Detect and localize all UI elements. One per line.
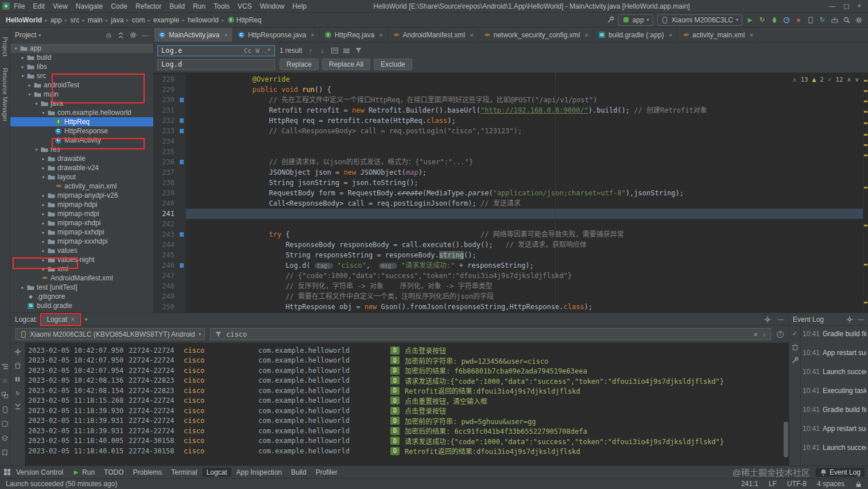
tree-item-httpreq[interactable]: IHttpReq [10, 117, 153, 126]
tool-button-terminal[interactable]: Terminal [167, 468, 201, 477]
tree-item-mainactivity[interactable]: CMainActivity [10, 136, 153, 145]
menu-build[interactable]: Build [165, 2, 189, 10]
stop-icon[interactable]: ■ [795, 16, 802, 24]
logcat-row[interactable]: 2023-02-05 11:18:40.01522724-30158ciscoc… [25, 446, 789, 456]
breadcrumb-item-main[interactable]: main [88, 16, 103, 24]
maximize-button[interactable]: ▢ [843, 2, 849, 10]
tree-item-app[interactable]: ▾app [10, 44, 153, 53]
find-toggle-[interactable]: .* [264, 47, 271, 55]
error-stripe[interactable] [863, 73, 868, 313]
status-4-spaces[interactable]: 4 spaces [817, 480, 844, 488]
tree-item-layout[interactable]: ▾layout [10, 172, 153, 182]
favorite-filter-icon[interactable]: ☆ [762, 330, 766, 338]
check-icon[interactable]: ✓ [791, 330, 799, 337]
logcat-row[interactable]: 2023-02-05 10:42:07.95022724-22724ciscoc… [25, 345, 789, 356]
tab-mainactivity-java[interactable]: CMainActivity.java× [154, 28, 233, 42]
new-logcat-tab-button[interactable]: + [84, 315, 88, 324]
tree-expand-arrow[interactable]: ▸ [40, 267, 46, 272]
tree-expand-arrow[interactable]: ▸ [40, 165, 46, 171]
exclude-button[interactable]: Exclude [374, 59, 412, 70]
close-tab-icon[interactable]: × [224, 32, 227, 38]
tool-button-run[interactable]: ▶Run [68, 468, 99, 477]
code-line-232[interactable]: 232 HttpReq req = retrofit.create(HttpRe… [154, 115, 868, 126]
inspections-widget[interactable]: ⚠13 ▲2 ✓12 ∧ ∨ [793, 75, 859, 85]
logcat-tab[interactable]: Logcat × [42, 315, 79, 324]
tool-button-logcat[interactable]: Logcat [203, 468, 231, 477]
tree-expand-arrow[interactable]: ▸ [20, 285, 26, 290]
breadcrumb-item-com[interactable]: com [132, 16, 145, 24]
run-configuration-select[interactable]: app ▾ [618, 14, 653, 26]
clear-filter-icon[interactable]: × [754, 330, 758, 338]
emulator-icon[interactable] [1, 420, 9, 428]
tool-button-build[interactable]: Build [287, 468, 311, 477]
tool-button-project[interactable]: Project [2, 37, 9, 56]
tree-item-values[interactable]: ▸values [10, 246, 153, 255]
tool-windows-grid-icon[interactable] [3, 468, 11, 476]
tree-item-mipmap-xxxhdpi[interactable]: ▸mipmap-xxxhdpi [10, 237, 153, 246]
tree-item-activity-main-xml[interactable]: </>activity_main.xml [10, 182, 153, 191]
tab-network-security-config-xml[interactable]: </>network_security_config.xml× [479, 28, 594, 42]
tool-button-resource-manager[interactable]: Resource Manager [2, 68, 9, 122]
tree-item-gitignore[interactable]: ◆.gitignore [10, 292, 153, 301]
tree-item-build-gradle[interactable]: Gbuild.gradle [10, 301, 153, 310]
trash-icon[interactable] [791, 343, 799, 351]
find-input[interactable]: Log.e CcW.* [157, 45, 275, 56]
tree-collapse-arrow[interactable]: ▾ [13, 46, 19, 51]
tree-item-androidtest[interactable]: ▸androidTest [10, 80, 153, 90]
tree-expand-arrow[interactable]: ▸ [40, 257, 46, 263]
lock-icon[interactable] [855, 480, 862, 488]
select-all-matches-icon[interactable] [331, 47, 338, 55]
logcat-device-select[interactable]: Xiaomi M2006C3LC (KBVO854LKBWS8TYT) Andr… [16, 328, 205, 340]
logcat-row[interactable]: 2023-02-05 11:18:39.93122724-22724ciscoc… [25, 426, 789, 436]
code-line-245[interactable]: 245 String responseString = responseBody… [154, 250, 868, 260]
code-line-248[interactable]: 248 // 反序列化，字符串 -> 对象 序列化，对象 -> 字符串类型 [154, 281, 868, 291]
favorites-icon[interactable]: ☆ [1, 377, 9, 384]
hide-panel-icon[interactable]: — [857, 315, 865, 323]
tree-expand-arrow[interactable]: ▸ [20, 55, 26, 60]
tree-expand-arrow[interactable]: ▸ [26, 83, 33, 88]
replace-button[interactable]: Replace [280, 59, 319, 70]
status-241-1[interactable]: 241:1 [741, 480, 758, 488]
code-line-244[interactable]: 244 ResponseBody responseBody = call.exe… [154, 240, 868, 250]
logcat-row[interactable]: 2023-02-05 11:18:39.93022724-22724ciscoc… [25, 406, 789, 416]
tree-expand-arrow[interactable]: ▸ [40, 156, 46, 161]
tool-button-todo[interactable]: TODO [100, 468, 127, 477]
filter-icon[interactable] [355, 47, 362, 55]
prev-problem-icon[interactable]: ∧ [847, 75, 851, 85]
breadcrumb-item-httpreq[interactable]: HttpReq [237, 16, 262, 24]
code-line-230[interactable]: 230 // 先在工程文件中定义一个接口HttpReq，在接口里面声明好这些字段… [154, 95, 868, 105]
code-line-236[interactable]: 236 // 创建请求体，以json的形式发送，格式为：{"user":"...… [154, 157, 868, 167]
tab-activity-main-xml[interactable]: </>activity_main.xml× [677, 28, 758, 42]
tree-item-mipmap-mdpi[interactable]: ▸mipmap-mdpi [10, 209, 153, 218]
status-utf-8[interactable]: UTF-8 [787, 480, 807, 488]
close-tab-icon[interactable]: × [311, 32, 314, 38]
logcat-row[interactable]: 2023-02-05 11:18:40.00522724-30158ciscoc… [25, 436, 789, 446]
tool-button-version-control[interactable]: Version Control [12, 468, 67, 477]
code-line-235[interactable]: 235 [154, 147, 868, 157]
logcat-row[interactable]: 2023-02-05 10:42:07.95422724-22724ciscoc… [25, 365, 789, 376]
tool-button-event-log[interactable]: Event Log [816, 468, 865, 477]
sdk-manager-icon[interactable] [831, 16, 838, 24]
device-select[interactable]: Xiaomi M2006C3LC ▾ [657, 14, 742, 26]
tree-item-libs[interactable]: ▸libs [10, 62, 153, 71]
collapse-all-icon[interactable] [117, 32, 125, 39]
logcat-settings-icon[interactable] [14, 348, 21, 355]
menu-file[interactable]: File [10, 2, 29, 10]
close-tab-icon[interactable]: × [584, 32, 588, 38]
next-problem-icon[interactable]: ∨ [855, 75, 859, 85]
tree-collapse-arrow[interactable]: ▾ [26, 92, 33, 97]
tab-androidmanifest-xml[interactable]: </>AndroidManifest.xml× [388, 28, 479, 42]
breadcrumb-item-java[interactable]: java [111, 16, 123, 24]
device-manager-icon[interactable] [807, 16, 814, 24]
code-line-250[interactable]: 250 HttpResponse obj = new Gson().fromJs… [154, 302, 868, 312]
menu-code[interactable]: Code [107, 2, 131, 10]
previous-match-icon[interactable]: ↑ [307, 47, 314, 55]
sync-project-icon[interactable]: ↻ [819, 16, 826, 24]
search-icon[interactable] [843, 16, 850, 24]
logcat-row[interactable]: 2023-02-05 11:18:15.26822724-22724ciscoc… [25, 396, 789, 406]
close-button[interactable]: × [858, 2, 861, 10]
tree-item-test-unittest[interactable]: ▸test [unitTest] [10, 283, 153, 292]
close-tab-icon[interactable]: × [749, 32, 753, 38]
run-icon[interactable]: ▶ [746, 16, 754, 24]
tree-item-androidmanifest-xml[interactable]: </>AndroidManifest.xml [10, 274, 153, 283]
